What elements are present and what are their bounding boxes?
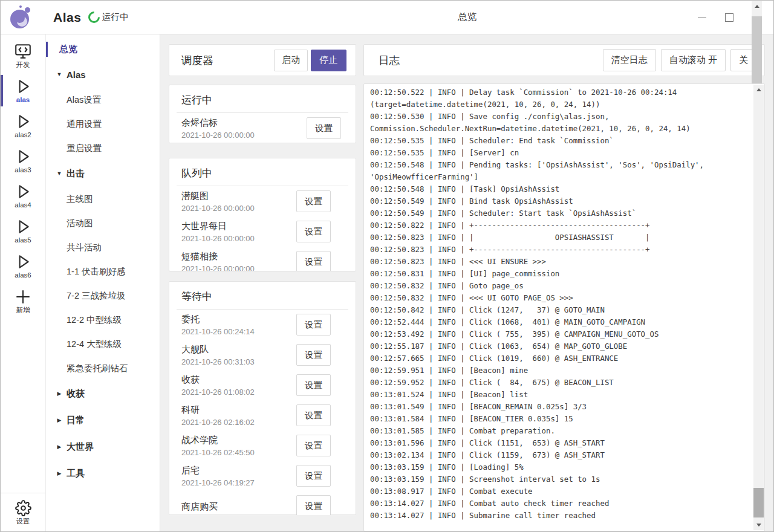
log-line: 00:13:02.134 | INFO | Click (1159, 673) … [370,449,749,461]
stop-button[interactable]: 停止 [311,50,346,71]
sidebar-item-alas4[interactable]: alas4 [1,178,45,213]
logo-dot [25,7,30,13]
log-line: 00:12:50.549 | INFO | Bind task OpsiAshA… [370,195,749,207]
task-info: 潜艇图 2021-10-26 00:00:00 [181,189,296,214]
nav-item-label: 日常 [67,415,85,426]
nav-item[interactable]: 主线图 [46,187,160,211]
maximize-button[interactable] [715,1,743,34]
clear-log-button[interactable]: 清空日志 [603,49,656,71]
play-icon [14,77,32,96]
nav-item[interactable]: 总览 [46,37,160,61]
log-line: 00:13:14.027 | INFO | Combat auto check … [370,498,749,510]
log-line: 00:13:01.549 | INFO | [BEACON_REMAIN 0.0… [370,401,749,413]
task-settings-button[interactable]: 设置 [307,117,341,139]
sidebar-item-alas6[interactable]: alas6 [1,248,45,284]
expand-arrow-icon [54,71,64,77]
nav-item[interactable]: 7-2 三战捡垃圾 [46,284,160,308]
sidebar-item-alas3[interactable]: alas3 [1,143,45,178]
log-scrollbar[interactable] [753,85,764,530]
nav-item-label: 12-2 中型练级 [46,314,122,326]
task-row: 战术学院 2021-10-26 02:45:50 设置 [181,430,356,461]
nav-item-label: 出击 [67,168,85,180]
log-line: 00:12:50.832 | INFO | <<< UI GOTO PAGE_O… [370,292,749,304]
nav-item[interactable]: 12-2 中型练级 [46,308,160,332]
log-line: 00:13:01.524 | INFO | [Beacon] list [370,389,749,401]
nav-item-label: 主线图 [46,193,93,205]
scroll-up-button[interactable] [752,1,762,11]
log-output[interactable]: 00:12:50.522 | INFO | Delay task `Commis… [370,86,749,530]
log-line: 00:12:50.530 | INFO | Save config ./conf… [370,111,749,135]
nav-item[interactable]: 重启设置 [46,136,160,160]
nav-item[interactable]: 日常 [46,407,160,433]
task-settings-button[interactable]: 设置 [296,435,331,456]
nav-item-label: 收获 [67,388,85,400]
task-name: 后宅 [181,463,296,477]
task-next-run-time: 2021-10-26 00:00:00 [181,203,296,214]
minimize-icon [698,18,706,18]
log-title: 日志 [364,53,400,68]
scroll-down-button[interactable] [753,520,764,530]
task-settings-button[interactable]: 设置 [296,221,331,242]
active-indicator [46,42,48,57]
log-line: 00:12:50.823 | INFO | <<< UI ENSURE >>> [370,256,749,268]
nav-item[interactable]: 大世界 [46,433,160,460]
task-info: 委托 2021-10-26 00:24:14 [181,312,296,337]
nav-item-label: 12-4 大型练级 [46,339,122,350]
task-settings-button[interactable]: 设置 [296,495,331,515]
sidebar-item-add-instance[interactable]: 新增 [1,284,45,319]
task-settings-button[interactable]: 设置 [296,190,331,212]
task-row: 余烬信标 2021-10-26 00:00:00 设置 [181,113,356,143]
task-info: 收获 2021-10-26 01:08:02 [181,372,296,398]
task-row: 大世界每日 2021-10-26 00:00:00 设置 [181,216,356,247]
status-label: 运行中 [102,11,129,23]
nav-item[interactable]: Alas设置 [46,88,160,112]
nav-item[interactable]: 12-4 大型练级 [46,332,160,356]
log-line: 00:12:59.951 | INFO | [Beacon] mine [370,365,749,377]
nav-item-label: 紧急委托刷钻石 [46,363,128,374]
log-column: 日志 清空日志 自动滚动 开 关 00:12:50.522 | INFO | D… [363,44,765,531]
autoscroll-on-button[interactable]: 自动滚动 开 [661,49,726,71]
log-line: 00:13:01.584 | INFO | [BEACON_TIER 0.035… [370,413,749,425]
plus-icon [14,288,32,306]
task-info: 大世界每日 2021-10-26 00:00:00 [181,219,296,244]
nav-item[interactable]: 出击 [46,160,160,187]
task-settings-button[interactable]: 设置 [296,465,331,487]
running-title: 运行中 [169,85,356,112]
sidebar-item-dev[interactable]: 开发 [1,38,45,73]
waiting-card: 等待中 委托 2021-10-26 00:24:14 设置 [169,281,356,515]
task-next-run-time: 2021-10-26 00:00:00 [181,263,296,271]
scrollbar-thumb[interactable] [753,488,764,517]
task-next-run-time: 2021-10-26 00:00:00 [181,233,296,244]
sidebar-item-alas2[interactable]: alas2 [1,108,45,143]
log-line: 00:12:50.823 | INFO | +-----------------… [370,244,749,256]
log-line: 00:13:01.596 | INFO | Click (1151, 653) … [370,437,749,449]
task-settings-button[interactable]: 设置 [296,251,331,271]
nav-item[interactable]: 活动图 [46,211,160,235]
nav-menu: 总览 Alas Alas设置 通用设置 [46,34,160,531]
start-button[interactable]: 启动 [274,50,308,71]
nav-item[interactable]: 工具 [46,460,160,487]
play-icon [14,112,32,131]
sidebar-item-alas[interactable]: alas [1,73,45,108]
task-settings-button[interactable]: 设置 [296,314,331,336]
task-settings-button[interactable]: 设置 [296,344,331,366]
sidebar-item-label: alas4 [15,201,31,209]
minimize-button[interactable] [688,1,715,34]
nav-item[interactable]: 紧急委托刷钻石 [46,356,160,380]
nav-item-label: 重启设置 [46,143,102,154]
nav-item[interactable]: 1-1 伏击刷好感 [46,259,160,284]
scrollbar-track[interactable] [753,95,764,520]
sidebar-item-settings[interactable]: 设置 [1,493,45,531]
task-settings-button[interactable]: 设置 [296,404,331,426]
nav-item-label: 大世界 [67,441,94,453]
log-line: 00:12:59.952 | INFO | Click ( 84, 675) @… [370,377,749,389]
sidebar-item-alas5[interactable]: alas5 [1,213,45,248]
nav-item[interactable]: Alas [46,61,160,88]
nav-item[interactable]: 共斗活动 [46,235,160,259]
nav-item-label: 工具 [67,468,85,479]
task-settings-button[interactable]: 设置 [296,374,331,396]
expand-arrow-icon [54,470,64,476]
nav-item[interactable]: 通用设置 [46,112,160,136]
nav-item[interactable]: 收获 [46,380,160,407]
scroll-up-button[interactable] [753,85,764,95]
